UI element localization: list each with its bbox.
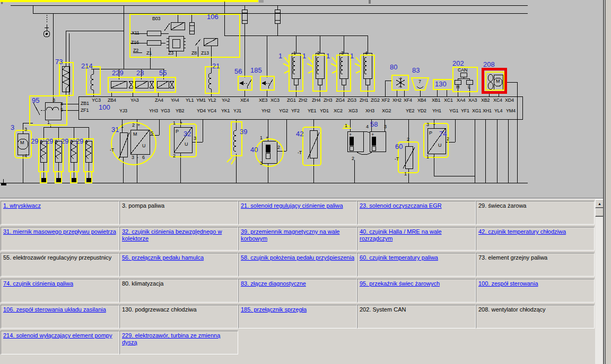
component-pin-label: Z2 bbox=[133, 48, 138, 53]
component-pin-label: U bbox=[185, 142, 188, 147]
component-60-tempsensor[interactable] bbox=[403, 146, 415, 168]
ecu-pin-label: XH2 bbox=[392, 98, 401, 103]
legend-link[interactable]: 21. solenoid regulujący ciśnienie paliwa bbox=[241, 202, 343, 209]
component-1-injector[interactable] bbox=[339, 53, 348, 90]
legend-cell: 55. elektrozawór regulacyjny przepustnic… bbox=[1, 253, 119, 277]
legend-cell: 208. wentylator chłodzący bbox=[476, 305, 595, 329]
component-56-switch[interactable] bbox=[240, 79, 251, 88]
component-83-connector[interactable] bbox=[417, 86, 423, 88]
component-pin-label: 3 bbox=[194, 136, 196, 141]
component-number-label: 42 bbox=[296, 130, 303, 137]
component-95-relay[interactable] bbox=[33, 102, 61, 120]
component-1-injector[interactable] bbox=[363, 53, 372, 90]
component-1-injector[interactable] bbox=[316, 53, 324, 90]
component-202-can[interactable] bbox=[455, 73, 473, 84]
component-29-glowplug[interactable] bbox=[71, 141, 77, 182]
selected-component-box[interactable] bbox=[482, 68, 507, 94]
legend-cell: 23. solenoid oczyszczania EGR bbox=[357, 201, 476, 225]
ecu-pin-label: XH3 bbox=[365, 109, 374, 113]
component-pin-label: + bbox=[137, 123, 140, 128]
ecu-pin-label: XE3 bbox=[259, 98, 267, 103]
component-pin-label: 2 bbox=[447, 137, 449, 141]
component-number-label: 130 bbox=[435, 81, 447, 87]
component-29-glowplug[interactable] bbox=[85, 141, 92, 182]
legend-link[interactable]: 1. wtryskiwacz bbox=[3, 202, 41, 209]
legend-link[interactable]: 40. czujnik Halla / MRE na wale rozrządc… bbox=[360, 228, 442, 242]
component-73-heater[interactable] bbox=[62, 66, 69, 92]
legend-link[interactable]: 39. przemiennik magnetyczny na wale korb… bbox=[241, 228, 339, 242]
component-pin-label: - bbox=[137, 155, 138, 160]
ecu-pin-label: XG1 bbox=[472, 109, 481, 113]
component-pin-label: + bbox=[371, 132, 374, 137]
component-number-label: 1 bbox=[302, 52, 306, 59]
component-pin-label: U bbox=[142, 144, 145, 148]
component-pin-label: 4 bbox=[85, 139, 88, 144]
component-number-label: 55 bbox=[159, 69, 167, 76]
component-pin-label: X11 bbox=[132, 31, 139, 35]
component-23-valve[interactable] bbox=[135, 81, 154, 88]
window-right-border bbox=[603, 0, 611, 364]
component-40-camsensor[interactable] bbox=[262, 141, 277, 163]
strip-notch bbox=[369, 0, 371, 4]
legend-link[interactable]: 185. przełącznik sprzęgła bbox=[241, 306, 307, 313]
component-pin-label: 1 bbox=[40, 139, 42, 144]
component-pin-label: -T bbox=[110, 148, 114, 153]
ecu-pin-label: YD1 bbox=[320, 109, 329, 113]
component-58-pedal[interactable] bbox=[347, 131, 386, 155]
component-number-label: 29 bbox=[76, 138, 83, 145]
ecu-pin-label: YF1 bbox=[461, 109, 469, 113]
legend-link[interactable]: 58. czujnik położenia pedału przyśpiesze… bbox=[241, 254, 354, 261]
component-pin-label: 3 bbox=[426, 122, 429, 127]
legend-link[interactable]: 83. złącze diagnostyczne bbox=[241, 280, 306, 287]
component-pin-label: B03 bbox=[152, 16, 160, 21]
component-214-solenoid[interactable] bbox=[91, 72, 93, 92]
snowflake-icon[interactable] bbox=[396, 77, 405, 88]
legend-cell: 39. przemiennik magnetyczny na wale korb… bbox=[238, 227, 357, 251]
component-185-switch[interactable] bbox=[262, 79, 273, 88]
legend-link[interactable]: 32. czujnik ciśnienia bezwzględnego w ko… bbox=[122, 228, 222, 242]
component-number-label: 23 bbox=[136, 69, 144, 76]
legend-link[interactable]: 74. czujnik ciśnienia paliwa bbox=[3, 280, 73, 287]
legend-link[interactable]: 56. przełącznik pedału hamulca bbox=[122, 254, 204, 261]
legend-link[interactable]: 23. solenoid oczyszczania EGR bbox=[360, 202, 442, 209]
component-number-label: 40 bbox=[250, 146, 258, 153]
component-42-tempsensor[interactable] bbox=[308, 130, 319, 159]
component-pin-label: 6 bbox=[142, 155, 145, 160]
legend-link[interactable]: 31. miernik masowego przepływu powietrza bbox=[3, 228, 116, 235]
component-pin-label: U bbox=[438, 143, 441, 148]
component-pin-label: 3 bbox=[53, 98, 55, 103]
ecu-pin-label: YG3 bbox=[161, 109, 170, 113]
component-1-injector[interactable] bbox=[292, 53, 300, 90]
component-229-valve[interactable] bbox=[111, 81, 134, 88]
component-21-solenoid[interactable] bbox=[208, 73, 211, 90]
component-number-label: 60 bbox=[395, 143, 403, 150]
ecu-pin-label: XC2 bbox=[334, 109, 343, 113]
ecu-pin-label: ZH4 bbox=[312, 98, 320, 103]
component-number-label: 58 bbox=[370, 121, 378, 128]
component-39-cranksensor[interactable] bbox=[233, 130, 236, 152]
legend-cell: 130. podgrzewacz chłodziwa bbox=[119, 305, 238, 329]
component-pin-label: P bbox=[176, 129, 179, 134]
component-29-glowplug[interactable] bbox=[55, 141, 62, 182]
ecu-pin-label: XA3 bbox=[468, 98, 477, 103]
component-number-label: 185 bbox=[250, 67, 262, 74]
legend-text: 55. elektrozawór regulacyjny przepustnic… bbox=[3, 254, 111, 261]
legend-link[interactable]: 95. przekaźnik świec żarowych bbox=[360, 280, 440, 287]
component-pin-label: 2 bbox=[407, 137, 409, 142]
legend-link[interactable]: 60. czujnik temperatury paliwa bbox=[360, 254, 438, 261]
legend-cell: 74. czujnik ciśnienia paliwa bbox=[1, 279, 119, 303]
component-55-valve[interactable] bbox=[157, 81, 174, 88]
component-pin-label: 1 bbox=[345, 123, 347, 128]
component-pin-label: ZB1 bbox=[81, 101, 89, 106]
component-29-glowplug[interactable] bbox=[40, 141, 47, 182]
legend-link[interactable]: 42. czujnik temperatury chłodziwa bbox=[478, 228, 566, 235]
legend-cell: 95. przekaźnik świec żarowych bbox=[357, 279, 476, 303]
legend-cell: 56. przełącznik pedału hamulca bbox=[119, 253, 238, 277]
legend-link[interactable]: 100. zespół sterowania bbox=[478, 280, 538, 287]
legend-link[interactable]: 214. solenoid wyłączający element pompy bbox=[3, 332, 112, 339]
legend-link[interactable]: 106. zespół sterowania układu zasilania bbox=[3, 306, 106, 313]
component-pin-label: - bbox=[266, 161, 267, 166]
strip-notch bbox=[259, 0, 264, 3]
ecu-pin-label: YA3 bbox=[130, 98, 138, 103]
legend-link[interactable]: 229. elektrozawór, turbina ze zmienną dy… bbox=[122, 332, 220, 345]
